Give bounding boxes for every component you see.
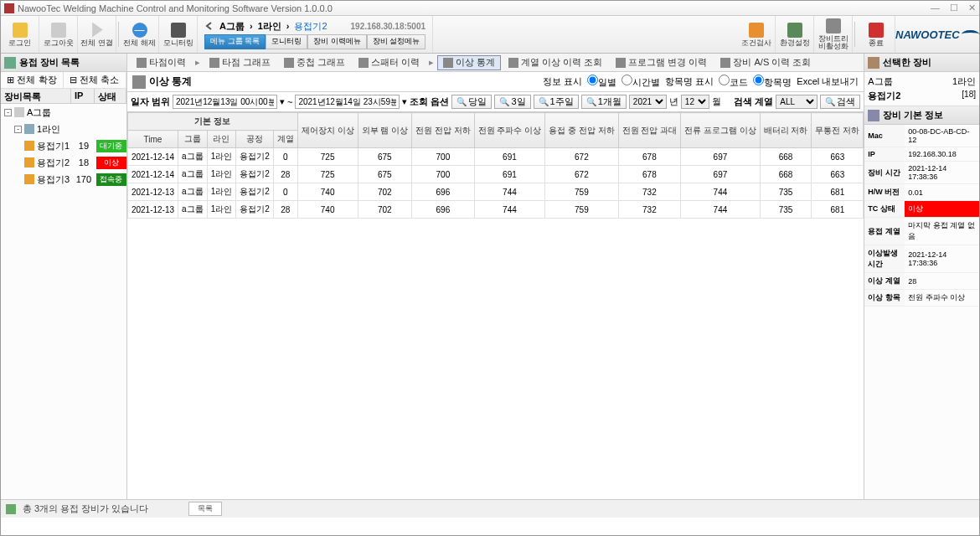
search-button[interactable]: 🔍검색: [820, 95, 860, 109]
maximize-icon[interactable]: ☐: [950, 3, 958, 13]
date-from-input[interactable]: [173, 95, 277, 109]
info-icon: [868, 110, 879, 121]
close-icon[interactable]: ✕: [968, 3, 976, 13]
info-row: 이상발생시간2021-12-14 17:38:36: [864, 245, 979, 273]
logout-button[interactable]: 로그아웃: [39, 16, 78, 53]
subtab[interactable]: 타점 그래프: [204, 55, 276, 70]
table-row[interactable]: 2021-12-13a그룹1라인용접기207407026967447597327…: [127, 183, 863, 201]
tab-icon: [137, 58, 147, 68]
device-info-header: 장비 기본 정보: [864, 106, 979, 125]
device-icon: [868, 57, 879, 69]
disconnect-all-button[interactable]: —전체 해제: [121, 16, 159, 53]
context-tab[interactable]: 메뉴 그룹 목록: [204, 34, 266, 49]
subtab[interactable]: 타점이력: [131, 55, 192, 70]
3days-button[interactable]: 🔍3일: [494, 95, 530, 109]
exit-button[interactable]: 종료: [857, 16, 895, 53]
context-tab[interactable]: 모니터링: [266, 34, 307, 49]
today-button[interactable]: 🔍당일: [451, 95, 492, 109]
save-icon: [132, 75, 146, 89]
info-row: Mac00-08-DC-AB-CD-12: [864, 125, 979, 147]
tree-disable-button[interactable]: 장비트리 비활성화: [814, 16, 853, 53]
info-row: 이상 항목전원 주파수 이상: [864, 290, 979, 307]
device-icon: [24, 157, 34, 168]
page-title: 이상 통계: [149, 75, 192, 89]
context-tab[interactable]: 장비 이력메뉴: [307, 34, 367, 49]
radio-itemname[interactable]: 항목명: [753, 75, 792, 89]
tab-icon: [358, 58, 369, 68]
collapse-all-button[interactable]: ⊟전체 축소: [64, 72, 126, 88]
logo: NAWOOTEC: [895, 16, 979, 53]
tab-icon: [284, 58, 294, 68]
back-arrow-icon[interactable]: [204, 21, 214, 31]
tree-line[interactable]: -1라인: [1, 121, 126, 137]
minimize-icon[interactable]: —: [931, 3, 940, 13]
radio-hourly[interactable]: 시간별: [622, 75, 660, 89]
tree-device[interactable]: 용접기218이상: [1, 154, 126, 171]
status-tab[interactable]: 목록: [188, 502, 222, 516]
window-title: NawooTec Welding Machine Control and Mon…: [18, 3, 333, 13]
month-select[interactable]: 12: [681, 95, 709, 109]
login-button[interactable]: 로그인: [1, 16, 39, 53]
info-row: TC 상태이상: [864, 201, 979, 218]
expand-all-button[interactable]: ⊞전체 확장: [1, 72, 64, 88]
monitoring-button[interactable]: 모니터링: [159, 16, 198, 53]
crumb-group: A그룹: [219, 20, 245, 33]
table-row[interactable]: 2021-12-14a그룹1라인용접기207256757006916726786…: [127, 148, 863, 166]
crumb-ip: 192.168.30.18:5001: [351, 22, 426, 31]
device-icon: [24, 141, 34, 151]
right-panel-header: 선택한 장비: [864, 54, 979, 72]
app-icon: [4, 3, 14, 13]
subtab[interactable]: 장비 A/S 이력 조회: [714, 55, 817, 70]
table-row[interactable]: 2021-12-13a그룹1라인용접기228740702696744759732…: [127, 201, 863, 219]
tab-icon: [616, 58, 626, 68]
status-icon: [6, 504, 16, 514]
left-panel-header: 용접 장비 목록: [1, 54, 126, 72]
calendar-icon[interactable]: ▾: [402, 96, 407, 107]
table-row[interactable]: 2021-12-14a그룹1라인용접기228725675700691672678…: [127, 166, 863, 183]
info-row: 용접 계열마지막 용접 계열 없음: [864, 218, 979, 245]
context-tab[interactable]: 장비 설정메뉴: [367, 34, 426, 49]
collapse-icon: ⊟: [70, 75, 77, 85]
tree-group[interactable]: -A그룹: [1, 104, 126, 121]
expand-icon: ⊞: [7, 75, 14, 85]
subtab[interactable]: 중첩 그래프: [278, 55, 351, 70]
1month-button[interactable]: 🔍1개월: [581, 95, 627, 109]
info-row: H/W 버전0.01: [864, 184, 979, 201]
tree-device[interactable]: 용접기119대기중: [1, 137, 126, 154]
breadcrumb: A그룹 › 1라인 › 용접기2 192.168.30.18:5001 메뉴 그…: [198, 16, 433, 53]
1week-button[interactable]: 🔍1주일: [534, 95, 579, 109]
calendar-icon[interactable]: ▾: [280, 96, 285, 107]
tab-icon: [209, 58, 219, 68]
connect-all-button[interactable]: 전체 연결: [78, 16, 116, 53]
subtab[interactable]: 이상 통계: [437, 55, 501, 70]
tab-icon: [720, 58, 730, 68]
radio-daily[interactable]: 일별: [587, 75, 616, 89]
search-column-select[interactable]: ALL: [776, 95, 818, 109]
info-row: 이상 계열28: [864, 273, 979, 290]
condition-check-button[interactable]: 조건검사: [737, 16, 776, 53]
env-settings-button[interactable]: 환경설정: [776, 16, 814, 53]
tab-icon: [443, 58, 453, 68]
info-row: IP192.168.30.18: [864, 147, 979, 162]
date-to-input[interactable]: [295, 95, 400, 109]
excel-export-button[interactable]: Excel 내보내기: [797, 75, 859, 88]
crumb-line: 1라인: [258, 20, 281, 33]
crumb-device[interactable]: 용접기2: [294, 20, 327, 33]
status-message: 총 3개의 용접 장비가 있습니다: [23, 502, 148, 515]
year-select[interactable]: 2021: [629, 95, 667, 109]
info-row: 장비 시간2021-12-14 17:38:36: [864, 162, 979, 184]
tab-icon: [508, 58, 518, 68]
subtab[interactable]: 프로그램 변경 이력: [610, 55, 713, 70]
list-icon: [4, 57, 16, 69]
device-icon: [24, 174, 34, 184]
tree-device[interactable]: 용접기3170접속중: [1, 171, 126, 188]
radio-code[interactable]: 코드: [719, 75, 748, 89]
subtab[interactable]: 스패터 이력: [353, 55, 426, 70]
subtab[interactable]: 계열 이상 이력 조회: [503, 55, 608, 70]
